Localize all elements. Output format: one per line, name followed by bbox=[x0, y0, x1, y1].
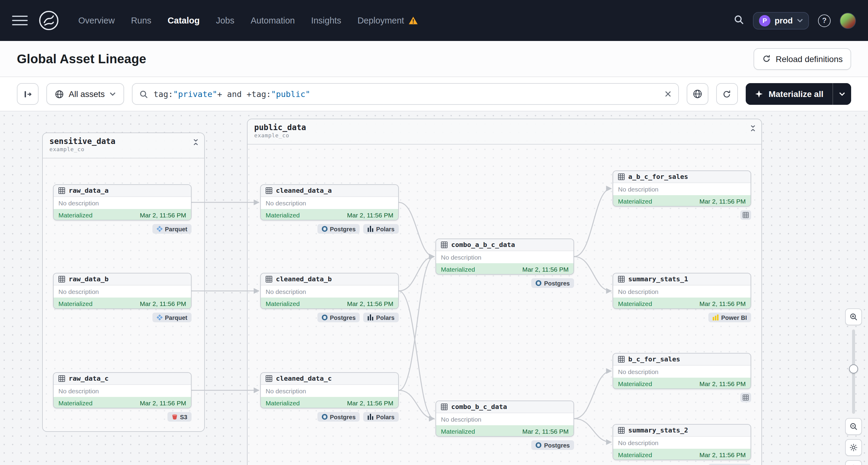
collapse-group-icon[interactable] bbox=[750, 125, 756, 132]
asset-node-b_c_for_sales[interactable]: b_c_for_salesNo descriptionMaterializedM… bbox=[613, 353, 751, 389]
asset-node-cleaned_data_b[interactable]: cleaned_data_bNo descriptionMaterialized… bbox=[260, 273, 399, 309]
postgres-kind-badge[interactable]: Postgres bbox=[317, 313, 360, 322]
asset-status-row: MaterializedMar 2, 11:56 PM bbox=[613, 195, 750, 207]
asset-node-combo_b_c_data[interactable]: combo_b_c_dataNo descriptionMaterialized… bbox=[435, 401, 574, 437]
hamburger-menu-button[interactable] bbox=[12, 14, 28, 27]
kind-tags-row: PostgresPolars bbox=[260, 412, 399, 422]
kind-label: Parquet bbox=[165, 314, 187, 321]
parquet-kind-badge[interactable]: Parquet bbox=[152, 313, 191, 322]
postgres-kind-badge[interactable]: Postgres bbox=[531, 278, 574, 288]
s3-kind-badge[interactable]: S3 bbox=[167, 412, 191, 422]
asset-status-row: MaterializedMar 2, 11:56 PM bbox=[613, 378, 750, 389]
dagster-logo[interactable] bbox=[38, 10, 59, 31]
asset-node-header: raw_data_a bbox=[54, 185, 191, 197]
table-icon bbox=[618, 356, 625, 363]
app-root: OverviewRunsCatalogJobsAutomationInsight… bbox=[0, 0, 868, 465]
nav-item-deployment[interactable]: Deployment bbox=[358, 16, 418, 25]
parquet-kind-badge[interactable]: Parquet bbox=[152, 224, 191, 234]
table-icon bbox=[58, 187, 65, 194]
powerbi-kind-badge[interactable]: Power BI bbox=[708, 313, 751, 322]
zoom-out-button[interactable] bbox=[845, 418, 862, 435]
gear-icon bbox=[849, 443, 858, 452]
nav-item-label: Automation bbox=[251, 16, 295, 25]
refresh-icon bbox=[722, 89, 732, 98]
nav-item-runs[interactable]: Runs bbox=[131, 16, 152, 25]
kind-label: Polars bbox=[376, 314, 395, 321]
filter-globe-button[interactable] bbox=[687, 83, 708, 105]
nav-item-jobs[interactable]: Jobs bbox=[216, 16, 234, 25]
postgres-kind-badge[interactable]: Postgres bbox=[317, 412, 360, 422]
asset-node-raw_data_c[interactable]: raw_data_cNo descriptionMaterializedMar … bbox=[53, 372, 191, 408]
asset-scope-dropdown[interactable]: All assets bbox=[46, 83, 124, 105]
asset-node-header: summary_stats_1 bbox=[613, 274, 750, 285]
asset-node-raw_data_b[interactable]: raw_data_bNo descriptionMaterializedMar … bbox=[53, 273, 191, 309]
asset-status-row: MaterializedMar 2, 11:56 PM bbox=[436, 425, 574, 437]
open-panel-icon bbox=[23, 89, 32, 98]
polars-kind-badge[interactable]: Polars bbox=[364, 224, 399, 234]
user-avatar[interactable] bbox=[840, 12, 856, 29]
nav-item-insights[interactable]: Insights bbox=[311, 16, 341, 25]
nav-item-overview[interactable]: Overview bbox=[78, 16, 115, 25]
zoom-slider-handle[interactable] bbox=[849, 364, 858, 373]
powerbi-kind-badge[interactable]: Power BI bbox=[708, 464, 751, 465]
asset-node-summary_stats_1[interactable]: summary_stats_1No descriptionMaterialize… bbox=[613, 273, 751, 309]
materialized-status: Materialized bbox=[618, 451, 652, 458]
clear-query-button[interactable] bbox=[664, 90, 672, 98]
polars-kind-badge[interactable]: Polars bbox=[364, 412, 399, 422]
materialize-all-button[interactable]: Materialize all bbox=[746, 83, 833, 105]
reload-definitions-button[interactable]: Reload definitions bbox=[753, 48, 851, 69]
asset-name: b_c_for_sales bbox=[628, 355, 680, 363]
reload-icon bbox=[762, 54, 771, 63]
asset-name: raw_data_b bbox=[69, 275, 108, 283]
deployment-switcher[interactable]: P prod bbox=[753, 12, 809, 29]
query-segment: tag: bbox=[251, 89, 271, 99]
asset-node-header: raw_data_c bbox=[54, 373, 191, 385]
collapse-group-icon[interactable] bbox=[193, 138, 199, 146]
search-button[interactable] bbox=[734, 14, 744, 27]
help-button[interactable]: ? bbox=[818, 14, 831, 27]
zoom-in-button[interactable] bbox=[845, 308, 862, 325]
postgres-kind-badge[interactable]: Postgres bbox=[531, 440, 574, 450]
nav-item-automation[interactable]: Automation bbox=[251, 16, 295, 25]
table-icon bbox=[618, 276, 625, 282]
polars-kind-badge[interactable]: Polars bbox=[364, 313, 399, 322]
csv-kind-badge[interactable] bbox=[740, 210, 751, 220]
group-header: public_dataexample_co bbox=[248, 119, 762, 145]
materialized-timestamp: Mar 2, 11:56 PM bbox=[140, 300, 186, 307]
toggle-sidebar-button[interactable] bbox=[17, 83, 38, 105]
asset-name: cleaned_data_c bbox=[276, 375, 332, 382]
csv-kind-badge[interactable] bbox=[740, 393, 751, 402]
nav-item-catalog[interactable]: Catalog bbox=[168, 16, 200, 25]
query-segment: + bbox=[217, 89, 222, 99]
postgres-kind-badge[interactable]: Postgres bbox=[317, 224, 360, 234]
asset-status-row: MaterializedMar 2, 11:56 PM bbox=[54, 397, 191, 408]
asset-node-header: b_c_for_sales bbox=[613, 353, 750, 366]
zoom-slider[interactable] bbox=[845, 330, 862, 414]
asset-name: raw_data_c bbox=[69, 375, 108, 382]
asset-node-a_b_c_for_sales[interactable]: a_b_c_for_salesNo descriptionMaterialize… bbox=[613, 170, 751, 207]
table-icon bbox=[266, 276, 272, 282]
materialized-status: Materialized bbox=[618, 380, 652, 387]
kind-label: Parquet bbox=[165, 225, 187, 232]
lineage-canvas[interactable]: sensitive_dataexample_copublic_dataexamp… bbox=[0, 112, 868, 465]
deployment-name: prod bbox=[775, 16, 793, 25]
asset-node-raw_data_a[interactable]: raw_data_aNo descriptionMaterializedMar … bbox=[53, 184, 191, 220]
asset-node-header: combo_b_c_data bbox=[436, 401, 574, 413]
materialized-status: Materialized bbox=[266, 399, 300, 407]
refresh-button[interactable] bbox=[716, 83, 738, 105]
settings-button[interactable] bbox=[845, 439, 862, 456]
asset-name: summary_stats_2 bbox=[628, 427, 688, 434]
asset-selection-input[interactable]: tag:"private"+ and +tag:"public" bbox=[132, 83, 679, 105]
asset-node-summary_stats_2[interactable]: summary_stats_2No descriptionMaterialize… bbox=[613, 424, 751, 460]
account-button[interactable] bbox=[845, 460, 862, 465]
group-subtitle: example_co bbox=[50, 146, 197, 152]
powerbi-icon bbox=[713, 314, 719, 320]
asset-node-combo_a_b_c_data[interactable]: combo_a_b_c_dataNo descriptionMaterializ… bbox=[435, 239, 574, 275]
materialize-options-button[interactable] bbox=[833, 83, 851, 105]
asset-node-cleaned_data_c[interactable]: cleaned_data_cNo descriptionMaterialized… bbox=[260, 372, 399, 408]
table-icon bbox=[618, 427, 625, 434]
chevron-down-icon bbox=[839, 92, 845, 96]
asset-node-header: summary_stats_2 bbox=[613, 425, 750, 437]
asset-node-cleaned_data_a[interactable]: cleaned_data_aNo descriptionMaterialized… bbox=[260, 184, 399, 220]
globe-icon bbox=[55, 89, 64, 98]
